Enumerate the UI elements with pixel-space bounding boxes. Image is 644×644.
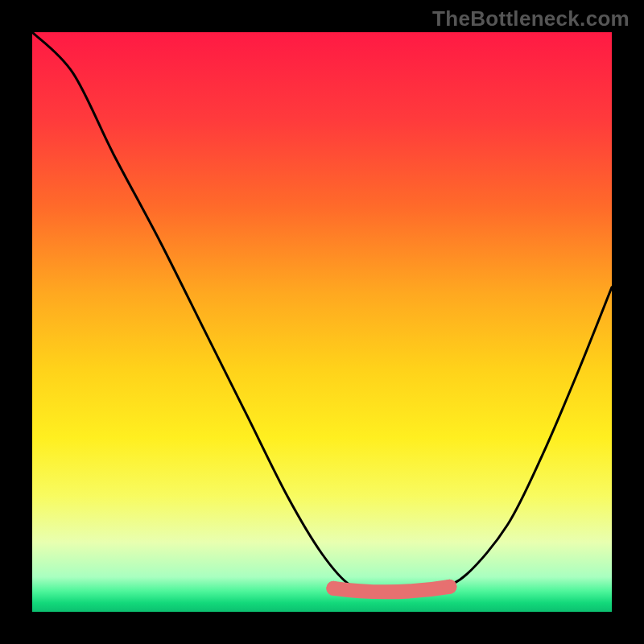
heatmap-gradient-background (32, 32, 612, 612)
watermark-text: TheBottleneck.com (432, 6, 630, 31)
plot-area (32, 32, 612, 612)
chart-container: TheBottleneck.com (0, 0, 644, 644)
